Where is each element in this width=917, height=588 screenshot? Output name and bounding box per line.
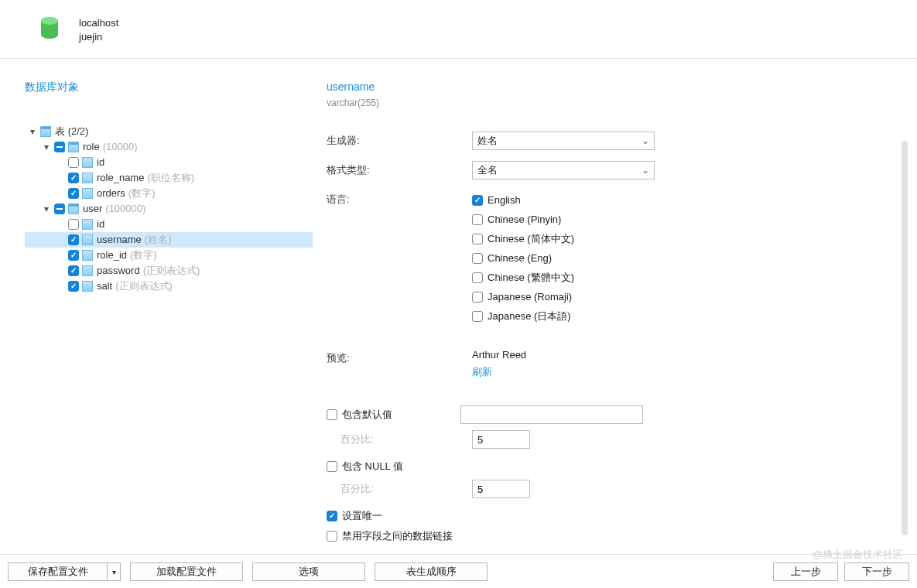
preview-value: Arthur Reed	[472, 349, 889, 361]
column-icon	[82, 281, 93, 292]
language-option[interactable]: Chinese (Pinyin)	[472, 210, 889, 229]
form: 生成器: 姓名 ⌄ 格式类型: 全名 ⌄ 语言:	[327, 132, 889, 549]
tree-label: role	[83, 139, 100, 155]
checkbox[interactable]	[327, 461, 337, 472]
tree-table-user[interactable]: user (100000)	[25, 201, 313, 217]
load-profile-button[interactable]: 加载配置文件	[130, 562, 243, 581]
checkbox[interactable]	[472, 253, 483, 264]
column-icon	[82, 234, 93, 245]
language-item-label: Japanese (日本語)	[488, 309, 571, 323]
language-item-label: Japanese (Romaji)	[488, 291, 572, 303]
checkbox[interactable]	[68, 281, 79, 292]
save-profile-button[interactable]: 保存配置文件	[8, 562, 107, 581]
disable-link-option[interactable]: 禁用字段之间的数据链接	[327, 529, 889, 543]
table-icon	[68, 142, 79, 152]
tree-column[interactable]: orders (数字)	[25, 186, 313, 201]
checkbox[interactable]	[68, 234, 79, 245]
language-label: 语言:	[327, 190, 472, 207]
save-profile-dropdown[interactable]	[107, 562, 121, 581]
checkbox[interactable]	[472, 234, 483, 244]
checkbox[interactable]	[327, 409, 337, 420]
language-option[interactable]: Chinese (Eng)	[472, 248, 889, 268]
tree-label: password	[97, 263, 140, 279]
chevron-down-icon: ⌄	[642, 135, 649, 146]
expand-icon[interactable]	[42, 142, 51, 152]
language-option[interactable]: Chinese (繁體中文)	[472, 268, 889, 287]
tree-column-selected[interactable]: username (姓名)	[25, 232, 313, 248]
column-icon	[82, 250, 93, 261]
checkbox[interactable]	[68, 265, 79, 276]
tree-label: salt	[97, 279, 112, 294]
default-value-input[interactable]	[460, 405, 643, 424]
language-option[interactable]: Japanese (Romaji)	[472, 287, 889, 306]
language-item-label: English	[488, 194, 521, 206]
tree-column[interactable]: salt (正则表达式)	[25, 279, 313, 294]
language-option[interactable]: Japanese (日本語)	[472, 306, 889, 326]
connection-name: localhost	[79, 17, 118, 29]
tables-icon	[40, 126, 51, 137]
checkbox[interactable]	[68, 219, 79, 230]
tree-meta: (数字)	[128, 186, 156, 201]
tree-label: orders	[97, 186, 125, 201]
default-percent-input[interactable]	[472, 430, 530, 449]
tree-meta: (姓名)	[145, 232, 172, 248]
tree-tables-root[interactable]: 表 (2/2)	[25, 124, 313, 139]
prev-button[interactable]: 上一步	[773, 562, 838, 581]
refresh-link[interactable]: 刷新	[472, 365, 492, 379]
checkbox[interactable]	[54, 142, 65, 152]
scrollbar[interactable]	[902, 141, 908, 535]
language-option[interactable]: Chinese (简体中文)	[472, 229, 889, 248]
checkbox[interactable]	[68, 250, 79, 261]
tree-meta: (职位名称)	[147, 170, 194, 186]
checkbox[interactable]	[68, 188, 79, 199]
column-icon	[82, 188, 93, 199]
language-item-label: Chinese (简体中文)	[488, 232, 574, 246]
tree-column[interactable]: id	[25, 155, 313, 170]
tree-table-role[interactable]: role (10000)	[25, 139, 313, 155]
checkbox[interactable]	[472, 292, 483, 303]
footer: 保存配置文件 加载配置文件 选项 表生成顺序 上一步 下一步	[0, 554, 917, 588]
expand-icon[interactable]	[28, 127, 37, 136]
tree-column[interactable]: role_name (职位名称)	[25, 170, 313, 186]
generator-combobox[interactable]: 姓名 ⌄	[472, 132, 655, 150]
checkbox[interactable]	[327, 531, 337, 542]
tree-meta: (100000)	[105, 201, 145, 217]
language-option[interactable]: English	[472, 190, 889, 210]
checkbox[interactable]	[68, 157, 79, 168]
preview-label: 预览:	[327, 349, 472, 365]
expand-icon[interactable]	[42, 204, 51, 214]
column-icon	[82, 265, 93, 276]
set-unique-option[interactable]: 设置唯一	[327, 509, 889, 523]
tree-meta: (10000)	[103, 139, 138, 155]
table-order-button[interactable]: 表生成顺序	[375, 562, 488, 581]
tree-label: role_id	[97, 248, 127, 263]
checkbox[interactable]	[327, 511, 337, 521]
database-icon	[37, 15, 62, 40]
header: localhost juejin	[0, 0, 917, 59]
null-percent-input[interactable]	[472, 480, 530, 498]
tree-meta: (正则表达式)	[143, 263, 200, 279]
checkbox[interactable]	[472, 195, 483, 206]
tree-label: 表	[55, 124, 65, 139]
tree-column[interactable]: role_id (数字)	[25, 248, 313, 263]
tree-column[interactable]: id	[25, 217, 313, 232]
include-null-option[interactable]: 包含 NULL 值	[327, 460, 889, 473]
column-type: varchar(255)	[327, 97, 379, 108]
checkbox[interactable]	[68, 173, 79, 183]
include-default-option[interactable]: 包含默认值	[327, 405, 889, 424]
root: { "header": { "connection": "localhost",…	[0, 0, 917, 588]
options-button[interactable]: 选项	[252, 562, 365, 581]
generator-label: 生成器:	[327, 132, 472, 148]
language-item-label: Chinese (Eng)	[488, 252, 552, 264]
tree-label: id	[97, 155, 104, 170]
checkbox[interactable]	[54, 203, 65, 214]
tree-column[interactable]: password (正则表达式)	[25, 263, 313, 279]
checkbox[interactable]	[472, 311, 483, 322]
format-combobox[interactable]: 全名 ⌄	[472, 161, 655, 179]
checkbox[interactable]	[472, 272, 483, 283]
object-tree: 表 (2/2) role (10000) id role	[25, 124, 313, 294]
format-label: 格式类型:	[327, 161, 472, 177]
sidebar: 数据库对象 表 (2/2) role (10000) id	[0, 59, 313, 554]
next-button[interactable]: 下一步	[844, 562, 909, 581]
checkbox[interactable]	[472, 214, 483, 225]
